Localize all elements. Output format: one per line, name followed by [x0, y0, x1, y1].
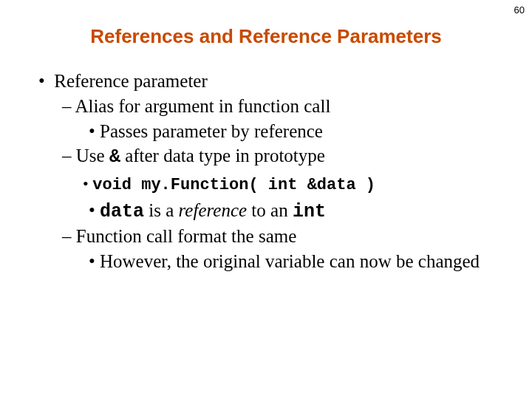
text-to-an: to an: [247, 200, 293, 220]
slide-title: References and Reference Parameters: [0, 25, 532, 48]
amp-symbol: &: [109, 146, 120, 168]
bullet-l3-passes-text: Passes parameter by reference: [100, 121, 323, 141]
text-is-a: is a: [144, 200, 179, 220]
bullet-l1-text: Reference parameter: [54, 71, 207, 91]
code-int: int: [293, 201, 326, 222]
bullet-l3-however-text: However, the original variable can now b…: [100, 251, 480, 271]
bullet-l2-use-amp: – Use & after data type in prototype: [62, 143, 502, 170]
bullet-l3-passes: • Passes parameter by reference: [89, 119, 502, 144]
bullet-l2-alias-text: Alias for argument in function call: [75, 96, 330, 116]
text-reference-italic: reference: [179, 200, 248, 220]
code-data: data: [100, 201, 144, 222]
code-void-myfunction: void my.Function( int &data ): [92, 176, 375, 194]
bullet-l3-data-ref: • data is a reference to an int: [89, 198, 502, 225]
bullet-l2-alias: – Alias for argument in function call: [62, 94, 502, 119]
slide-body: • Reference parameter – Alias for argume…: [0, 69, 532, 274]
bullet-l1: • Reference parameter: [38, 69, 502, 94]
text-use: Use: [76, 146, 109, 166]
bullet-l3-however: • However, the original variable can now…: [106, 249, 502, 274]
bullet-l2-call-format: – Function call format the same: [62, 224, 502, 249]
bullet-l2-call-format-text: Function call format the same: [76, 226, 297, 246]
text-after-datatype: after data type in prototype: [120, 146, 325, 166]
page-number: 60: [514, 4, 525, 16]
bullet-code-example: • void my.Function( int &data ): [83, 173, 502, 197]
